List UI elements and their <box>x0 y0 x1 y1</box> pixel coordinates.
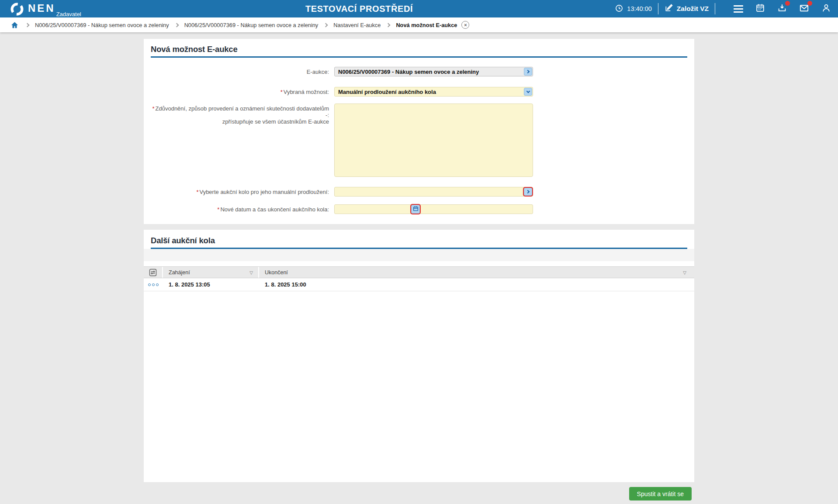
new-end-datetime-input[interactable] <box>334 204 533 214</box>
eauction-detail-button[interactable] <box>524 68 532 76</box>
chevron-right-icon <box>526 190 529 193</box>
eauction-label: E-aukce: <box>151 67 334 75</box>
environment-title: TESTOVACÍ PROSTŘEDÍ <box>305 4 413 14</box>
clock-icon <box>615 4 623 14</box>
breadcrumb: N006/25/V00007369 - Nákup semen ovoce a … <box>0 17 838 32</box>
sort-icon[interactable]: ▽ <box>683 270 686 275</box>
home-button[interactable] <box>10 21 19 29</box>
messages-button[interactable] <box>799 3 809 15</box>
user-profile-button[interactable] <box>821 3 831 14</box>
page-title: Nová možnost E-aukce <box>151 44 687 55</box>
new-end-datetime-label: *Nové datum a čas ukončení aukčního kola… <box>151 204 334 213</box>
justification-row: *Zdůvodnění, způsob provedení a oznámení… <box>151 104 687 179</box>
auction-round-row: *Vyberte aukční kolo pro jeho manuální p… <box>151 187 687 197</box>
sort-icon[interactable]: ▽ <box>249 270 253 275</box>
footer-actions: Spustit a vrátit se <box>144 487 694 501</box>
column-header-end[interactable]: Ukončení ▽ <box>259 267 694 278</box>
next-rounds-title: Další aukční kola <box>151 235 687 246</box>
selected-option-row: *Vybraná možnost: Manuální prodloužení a… <box>151 87 687 97</box>
datepicker-button[interactable] <box>411 205 420 214</box>
chevron-right-icon <box>526 70 529 73</box>
server-time: 13:40:00 <box>615 4 651 14</box>
required-marker: * <box>152 105 154 112</box>
cell-start: 1. 8. 2025 13:05 <box>163 281 259 288</box>
eauction-row: E-aukce: N006/25/V00007369 - Nákup semen… <box>151 67 687 76</box>
table-row[interactable]: 1. 8. 2025 13:05 1. 8. 2025 15:00 <box>144 278 694 291</box>
create-vz-button[interactable]: Založit VZ <box>665 3 709 14</box>
column-settings-button[interactable] <box>144 267 163 278</box>
section-underline <box>151 56 687 58</box>
notification-dot <box>807 1 812 6</box>
new-end-datetime-row: *Nové datum a čas ukončení aukčního kola… <box>151 204 687 214</box>
breadcrumb-item[interactable]: N006/25/V00007369 - Nákup semen ovoce a … <box>184 22 319 28</box>
breadcrumb-item-current: Nová možnost E-aukce <box>396 22 457 28</box>
selected-option-label: *Vybraná možnost: <box>151 87 334 95</box>
auction-round-input[interactable] <box>334 187 533 197</box>
header-divider <box>658 3 658 14</box>
chevron-down-icon <box>526 90 530 93</box>
downloads-button[interactable] <box>777 3 787 14</box>
hamburger-icon <box>734 5 743 13</box>
start-and-return-button[interactable]: Spustit a vrátit se <box>629 487 692 501</box>
auction-round-label: *Vyberte aukční kolo pro jeho manuální p… <box>151 187 334 195</box>
justification-textarea[interactable] <box>334 104 533 177</box>
app-logo[interactable]: NEN Zadavatel <box>10 1 81 18</box>
notification-dot <box>785 1 790 6</box>
header-divider <box>715 3 715 14</box>
required-marker: * <box>280 89 283 95</box>
create-vz-label: Založit VZ <box>677 5 709 13</box>
close-tab-icon[interactable]: × <box>461 21 469 29</box>
new-eauction-option-panel: Nová možnost E-aukce E-aukce: N006/25/V0… <box>144 39 694 224</box>
chevron-right-icon <box>386 23 391 27</box>
justification-label: *Zdůvodnění, způsob provedení a oznámení… <box>151 104 334 125</box>
breadcrumb-item[interactable]: Nastavení E-aukce <box>333 22 381 28</box>
logo-text: NEN <box>28 1 55 16</box>
eauction-field: N006/25/V00007369 - Nákup semen ovoce a … <box>334 67 533 76</box>
breadcrumb-item[interactable]: N006/25/V00007369 - Nákup semen ovoce a … <box>35 22 169 28</box>
selected-option-dropdown[interactable]: Manuální prodloužení aukčního kola <box>334 87 533 97</box>
required-marker: * <box>196 189 198 195</box>
dropdown-open-button[interactable] <box>524 88 532 96</box>
auction-round-picker-button[interactable] <box>524 188 532 196</box>
calendar-small-icon <box>413 206 419 213</box>
person-icon <box>821 3 831 14</box>
table-toolbar-strip <box>144 249 694 261</box>
nen-logo-icon <box>10 2 24 18</box>
chevron-right-icon <box>25 23 30 27</box>
calendar-icon <box>755 3 765 14</box>
server-time-value: 13:40:00 <box>627 5 651 12</box>
menu-button[interactable] <box>734 5 743 13</box>
table-header: Zahájení ▽ Ukončení ▽ <box>144 266 694 278</box>
column-header-start[interactable]: Zahájení ▽ <box>163 267 259 278</box>
required-marker: * <box>217 206 219 213</box>
edit-icon <box>665 3 673 14</box>
next-rounds-panel: Další aukční kola Zahájení ▽ Ukončení ▽ <box>144 230 694 482</box>
chevron-right-icon <box>324 23 328 27</box>
chevron-right-icon <box>174 23 179 27</box>
row-menu-icon[interactable] <box>144 283 163 286</box>
logo-subtitle: Zadavatel <box>56 11 81 17</box>
app-header: NEN Zadavatel TESTOVACÍ PROSTŘEDÍ 13:40:… <box>0 0 838 17</box>
calendar-button[interactable] <box>755 3 765 14</box>
cell-end: 1. 8. 2025 15:00 <box>259 281 694 288</box>
